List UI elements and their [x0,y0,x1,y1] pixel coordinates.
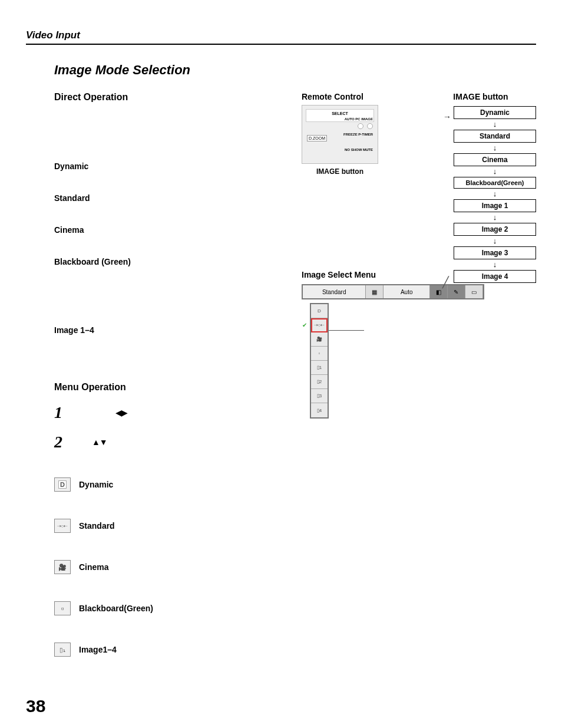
step-1: 1 ◀▶ [54,403,302,422]
autopc-image-label: AUTO PC IMAGE [345,117,373,121]
checkmark-icon: ✔ [302,322,307,328]
noshow-mute-label: NO SHOW MUTE [345,148,373,151]
menu-operation-heading: Menu Operation [54,382,302,393]
image14-icon [54,643,71,657]
remote-control-figure: SELECT D.ZOOM AUTO PC IMAGE FREEZE P-TIM… [302,105,378,164]
blackboard-icon [54,601,71,615]
left-right-arrows-icon: ◀▶ [115,408,127,417]
mode-cinema: Cinema [54,225,302,235]
ism-auto-cell: Auto [384,285,429,298]
ism-item-image3: ▯3 [311,389,328,403]
section-header: Video Input [26,29,536,45]
step-2-number: 2 [54,433,68,452]
flow-blackboard: Blackboard(Green) [454,177,536,189]
down-arrow-icon: ↓ [454,237,536,245]
flow-cinema: Cinema [454,153,536,166]
page-number: 38 [26,696,45,716]
ism-item-image4: ▯4 [311,403,328,417]
select-label: SELECT [332,111,348,116]
icon-row-standard: Standard [54,519,302,533]
mode-blackboard: Blackboard (Green) [54,257,302,266]
step-2: 2 ▲▼ [54,433,302,452]
ism-top-bar: Standard ▦ Auto ◧ ✎ ▭ [302,284,484,299]
down-arrow-icon: ↓ [454,167,536,175]
ism-item-image2: ▯2 [311,375,328,389]
image14-icon-label: Image1–4 [79,645,117,654]
down-arrow-icon: ↓ [454,144,536,151]
ism-item-blackboard: ▫ [311,347,328,361]
ism-item-image1: ▯1 [311,361,328,375]
icon-row-cinema: Cinema [54,560,302,574]
ism-item-dynamic: D [311,304,328,318]
flow-image2: Image 2 [454,223,536,236]
flow-start-arrow-icon: → [443,112,451,121]
blackboard-icon-label: Blackboard(Green) [79,604,153,613]
left-column: Direct Operation Dynamic Standard Cinema… [54,92,302,657]
callout-line [329,330,364,331]
flow-image3: Image 3 [454,246,536,259]
flow-standard: Standard [454,130,536,143]
ism-icon-cell-3: ✎ [448,285,465,298]
dynamic-icon [54,477,71,492]
image-button-heading: IMAGE button [425,92,536,101]
freeze-ptimer-label: FREEZE P-TIMER [343,133,373,136]
icon-row-dynamic: Dynamic [54,477,302,492]
page-title: Image Mode Selection [54,62,536,78]
image-button-caption: IMAGE button [302,167,378,176]
standard-icon [54,519,71,533]
ism-item-cinema: 🎥 [311,332,328,347]
down-arrow-icon: ↓ [454,261,536,268]
mode-image14: Image 1–4 [54,325,302,335]
ism-icon-cell-1: ▦ [366,285,384,298]
mode-standard: Standard [54,193,302,203]
flow-image1: Image 1 [454,199,536,212]
ism-vertical-menu: D ⇢○⇠ 🎥 ▫ ▯1 ▯2 ▯3 ▯4 [310,303,329,419]
right-column: Remote Control SELECT D.ZOOM AUTO PC IMA… [302,92,536,657]
step-1-number: 1 [54,403,68,422]
remote-control-heading: Remote Control [302,92,390,101]
dynamic-icon-label: Dynamic [79,480,113,489]
standard-icon-label: Standard [79,521,115,531]
callout-line-icon: ╱ [442,276,449,289]
flow-dynamic: Dynamic [454,106,536,119]
mode-dynamic: Dynamic [54,162,302,171]
down-arrow-icon: ↓ [454,190,536,197]
ism-item-standard: ⇢○⇠ [311,318,328,332]
up-down-arrows-icon: ▲▼ [92,437,107,447]
direct-operation-heading: Direct Operation [54,92,302,103]
dzoom-label: D.ZOOM [307,135,327,141]
down-arrow-icon: ↓ [454,213,536,221]
image-select-menu-figure: ╱ Standard ▦ Auto ◧ ✎ ▭ ✔ D ⇢ [302,284,484,419]
ism-mode-cell: Standard [303,285,366,298]
icon-row-image14: Image1–4 [54,643,302,657]
flow-image4: Image 4 [454,270,536,283]
image-button-flow: → Dynamic ↓ Standard ↓ Cinema ↓ Blackboa… [454,106,536,284]
down-arrow-icon: ↓ [454,120,536,128]
icon-row-blackboard: Blackboard(Green) [54,601,302,615]
ism-icon-cell-4: ▭ [465,285,483,298]
cinema-icon-label: Cinema [79,562,109,572]
cinema-icon [54,560,71,574]
